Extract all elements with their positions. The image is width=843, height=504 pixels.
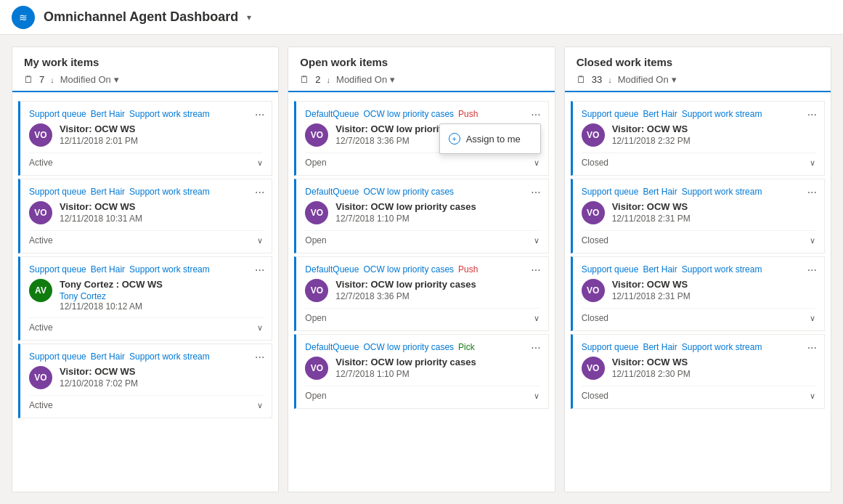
item-tag[interactable]: Support work stream — [682, 264, 762, 275]
item-more-button[interactable]: ··· — [255, 351, 264, 363]
item-date: 12/11/2018 2:32 PM — [612, 136, 815, 146]
item-status: Active — [29, 158, 53, 168]
work-item[interactable]: Support queueBert HairSupport work strea… — [18, 256, 272, 341]
sort-label[interactable]: Modified On ▾ — [618, 74, 677, 85]
item-tag[interactable]: Bert Hair — [91, 109, 125, 119]
item-tag[interactable]: Support work stream — [129, 109, 210, 119]
sort-label[interactable]: Modified On ▾ — [60, 74, 119, 85]
expand-icon[interactable]: ∨ — [534, 314, 539, 323]
sort-arrow-icon[interactable]: ↓ — [50, 76, 54, 84]
work-item[interactable]: DefaultQueueOCW low priority cases···VOV… — [294, 179, 548, 253]
work-item[interactable]: Support queueBert HairSupport work strea… — [18, 344, 272, 418]
filter-icon[interactable]: 🗒 — [300, 74, 309, 85]
item-tag[interactable]: OCW low priority cases — [363, 109, 454, 119]
item-tag[interactable]: Support work stream — [129, 187, 210, 197]
work-item[interactable]: DefaultQueueOCW low priority casesPick··… — [294, 334, 548, 409]
work-item[interactable]: Support queueBert HairSupport work strea… — [18, 101, 272, 176]
item-tags: DefaultQueueOCW low priority casesPush — [305, 109, 539, 119]
item-footer: Open∨ — [305, 386, 539, 401]
expand-icon[interactable]: ∨ — [257, 236, 263, 245]
work-item[interactable]: Support queueBert HairSupport work strea… — [571, 101, 825, 176]
item-tag[interactable]: OCW low priority cases — [363, 264, 454, 275]
item-tag[interactable]: DefaultQueue — [305, 187, 359, 197]
item-more-button[interactable]: ··· — [807, 342, 817, 354]
item-tag[interactable]: OCW low priority cases — [363, 342, 454, 352]
item-more-button[interactable]: ··· — [255, 187, 264, 198]
item-tag[interactable]: Support work stream — [129, 351, 210, 362]
item-tag[interactable]: DefaultQueue — [305, 342, 359, 352]
expand-icon[interactable]: ∨ — [257, 401, 263, 410]
work-item[interactable]: DefaultQueueOCW low priority casesPush··… — [294, 101, 548, 176]
work-item[interactable]: Support queueBert HairSupport work strea… — [571, 179, 825, 253]
expand-icon[interactable]: ∨ — [810, 158, 815, 168]
item-tag[interactable]: DefaultQueue — [305, 109, 359, 119]
item-tag[interactable]: Support queue — [582, 342, 639, 352]
item-tag[interactable]: Bert Hair — [643, 109, 677, 119]
expand-icon[interactable]: ∨ — [534, 158, 539, 168]
item-tag[interactable]: Bert Hair — [91, 264, 125, 275]
assign-to-me-button[interactable]: +Assign to me — [440, 127, 540, 150]
expand-icon[interactable]: ∨ — [534, 236, 539, 245]
item-more-button[interactable]: ··· — [807, 187, 817, 198]
item-subtitle[interactable]: Tony Cortez — [60, 291, 263, 301]
item-info: Tony Cortez : OCW WSTony Cortez12/11/201… — [60, 279, 263, 312]
item-info: Visitor: OCW WS12/10/2018 7:02 PM — [60, 366, 263, 389]
item-more-button[interactable]: ··· — [807, 109, 817, 121]
item-tags: Support queueBert HairSupport work strea… — [582, 109, 815, 119]
item-tag[interactable]: Bert Hair — [643, 264, 677, 275]
sort-arrow-icon[interactable]: ↓ — [608, 76, 612, 84]
item-tag[interactable]: DefaultQueue — [305, 264, 359, 275]
item-more-button[interactable]: ··· — [807, 264, 817, 276]
item-tag[interactable]: Bert Hair — [643, 342, 677, 352]
item-more-button[interactable]: ··· — [531, 342, 540, 354]
sort-dropdown-icon[interactable]: ▾ — [390, 74, 395, 85]
item-tag[interactable]: Support queue — [582, 109, 639, 119]
count-badge: 2 — [315, 74, 320, 85]
item-tag[interactable]: Bert Hair — [91, 187, 125, 197]
work-item[interactable]: Support queueBert HairSupport work strea… — [571, 334, 825, 409]
sort-arrow-icon[interactable]: ↓ — [327, 76, 331, 84]
item-tag[interactable]: Bert Hair — [643, 187, 677, 197]
work-item[interactable]: DefaultQueueOCW low priority casesPush··… — [294, 256, 548, 331]
item-tag[interactable]: Support queue — [29, 109, 86, 119]
expand-icon[interactable]: ∨ — [257, 158, 263, 168]
item-title: Visitor: OCW low priority cases — [335, 279, 539, 290]
item-tag[interactable]: Support queue — [582, 187, 639, 197]
item-tag[interactable]: Bert Hair — [91, 351, 125, 362]
sort-dropdown-icon[interactable]: ▾ — [672, 74, 677, 85]
item-tag[interactable]: Support queue — [582, 264, 639, 275]
expand-icon[interactable]: ∨ — [810, 391, 815, 401]
item-more-button[interactable]: ··· — [531, 109, 540, 121]
item-more-button[interactable]: ··· — [255, 264, 264, 276]
item-tag[interactable]: Support work stream — [682, 187, 762, 197]
item-tag[interactable]: Support queue — [29, 351, 86, 362]
item-title: Visitor: OCW WS — [612, 279, 815, 290]
filter-icon[interactable]: 🗒 — [577, 74, 586, 85]
expand-icon[interactable]: ∨ — [257, 323, 263, 333]
item-tags: DefaultQueueOCW low priority casesPush — [305, 264, 539, 275]
expand-icon[interactable]: ∨ — [534, 391, 539, 401]
item-tag[interactable]: OCW low priority cases — [363, 187, 454, 197]
sort-label[interactable]: Modified On ▾ — [336, 74, 395, 85]
filter-icon[interactable]: 🗒 — [24, 74, 33, 85]
item-tag[interactable]: Support queue — [29, 187, 86, 197]
avatar: VO — [305, 279, 328, 302]
item-tag[interactable]: Support work stream — [682, 109, 762, 119]
expand-icon[interactable]: ∨ — [810, 236, 815, 245]
avatar: AV — [29, 279, 52, 302]
item-more-button[interactable]: ··· — [531, 187, 540, 198]
item-more-button[interactable]: ··· — [531, 264, 540, 276]
item-body: VOVisitor: OCW WS12/11/2018 2:30 PM — [582, 357, 815, 380]
item-status: Closed — [582, 313, 608, 323]
item-tag[interactable]: Support work stream — [129, 264, 210, 275]
item-tag[interactable]: Support queue — [29, 264, 86, 275]
work-item[interactable]: Support queueBert HairSupport work strea… — [571, 256, 825, 331]
expand-icon[interactable]: ∨ — [810, 314, 815, 323]
item-title: Visitor: OCW WS — [612, 123, 815, 134]
work-item[interactable]: Support queueBert HairSupport work strea… — [18, 179, 272, 253]
title-dropdown-arrow[interactable]: ▾ — [247, 12, 251, 23]
item-status: Open — [305, 158, 326, 168]
sort-dropdown-icon[interactable]: ▾ — [114, 74, 119, 85]
item-more-button[interactable]: ··· — [255, 109, 264, 121]
item-tag[interactable]: Support work stream — [682, 342, 762, 352]
